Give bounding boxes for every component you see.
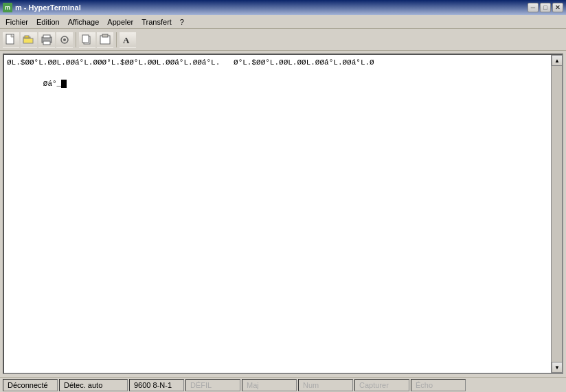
app-icon: m <box>3 3 12 12</box>
svg-rect-4 <box>23 38 33 43</box>
scroll-up-button[interactable]: ▲ <box>552 55 563 66</box>
svg-rect-11 <box>82 35 89 43</box>
scrollbar-vertical[interactable]: ▲ ▼ <box>551 55 562 373</box>
new-icon <box>5 34 17 46</box>
menu-edition[interactable]: Edition <box>32 16 64 27</box>
svg-rect-6 <box>43 35 50 38</box>
copy-button[interactable] <box>79 32 95 48</box>
menu-affichage[interactable]: Affichage <box>64 16 104 27</box>
status-capture: Capturer <box>354 379 409 391</box>
print-button[interactable] <box>38 32 55 48</box>
scroll-down-button[interactable]: ▼ <box>552 362 563 373</box>
terminal-window[interactable]: ØL.$ØØ°L.ØØL.ØØá°L.ØØØ°L.$ØØ°L.ØØL.ØØá°L… <box>3 54 563 374</box>
svg-rect-7 <box>43 41 50 45</box>
status-bar: Déconnecté Détec. auto 9600 8-N-1 DÉFIL … <box>0 377 566 392</box>
status-connection: Déconnecté <box>3 379 58 391</box>
font-button[interactable]: A <box>120 32 136 48</box>
copy-icon <box>81 34 93 46</box>
menu-appeler[interactable]: Appeler <box>103 16 137 27</box>
svg-rect-13 <box>102 34 108 37</box>
toolbar: A <box>0 29 566 51</box>
open-icon <box>23 34 35 46</box>
scroll-track[interactable] <box>552 66 562 362</box>
paste-icon <box>99 34 111 46</box>
status-maj: Maj <box>242 379 297 391</box>
title-bar: m m - HyperTerminal ─ □ ✕ <box>0 0 566 15</box>
menu-bar: Fichier Edition Affichage Appeler Transf… <box>0 15 566 29</box>
svg-text:A: A <box>123 35 130 45</box>
svg-rect-3 <box>25 36 29 38</box>
terminal-line-2: Øá°_ <box>7 68 548 100</box>
properties-button[interactable] <box>56 32 73 48</box>
open-button[interactable] <box>21 32 37 48</box>
font-icon: A <box>122 34 134 46</box>
status-num: Num <box>298 379 353 391</box>
main-area: ØL.$ØØ°L.ØØL.ØØá°L.ØØØ°L.$ØØ°L.ØØL.ØØá°L… <box>0 51 566 377</box>
status-detection: Détec. auto <box>59 379 128 391</box>
properties-icon <box>58 34 71 46</box>
close-button[interactable]: ✕ <box>552 3 563 12</box>
menu-transfert[interactable]: Transfert <box>137 16 176 27</box>
new-button[interactable] <box>3 32 19 48</box>
paste-button[interactable] <box>97 32 113 48</box>
terminal-content[interactable]: ØL.$ØØ°L.ØØL.ØØá°L.ØØØ°L.$ØØ°L.ØØL.ØØá°L… <box>4 55 551 373</box>
status-echo: Écho <box>411 379 466 391</box>
separator-1 <box>76 32 76 47</box>
minimize-button[interactable]: ─ <box>528 3 539 12</box>
title-bar-left: m m - HyperTerminal <box>3 3 81 12</box>
terminal-line-1: ØL.$ØØ°L.ØØL.ØØá°L.ØØØ°L.$ØØ°L.ØØL.ØØá°L… <box>7 58 548 68</box>
status-baud: 9600 8-N-1 <box>129 379 184 391</box>
status-scroll: DÉFIL <box>185 379 240 391</box>
separator-2 <box>116 32 117 47</box>
terminal-cursor <box>61 80 67 88</box>
svg-point-9 <box>63 38 66 41</box>
title-bar-buttons: ─ □ ✕ <box>528 3 563 12</box>
menu-help[interactable]: ? <box>176 16 188 27</box>
maximize-button[interactable]: □ <box>540 3 551 12</box>
menu-fichier[interactable]: Fichier <box>1 16 32 27</box>
print-icon <box>41 34 53 46</box>
title-bar-text: m - HyperTerminal <box>15 3 81 12</box>
